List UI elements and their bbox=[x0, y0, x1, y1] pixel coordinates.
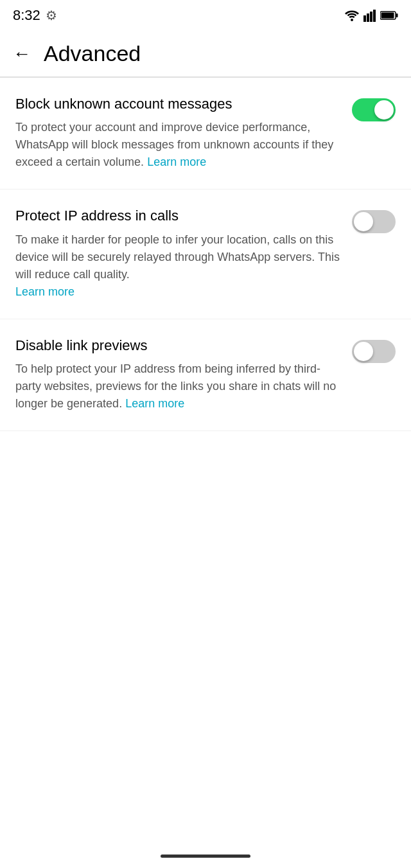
gear-icon: ⚙ bbox=[46, 8, 57, 23]
wifi-icon bbox=[344, 9, 360, 22]
signal-icon bbox=[363, 9, 376, 22]
header: ← Advanced bbox=[0, 31, 411, 77]
setting-block-unknown-title: Block unknown account messages bbox=[15, 96, 342, 112]
setting-protect-ip: Protect IP address in calls To make it h… bbox=[0, 190, 411, 319]
setting-protect-ip-content: Protect IP address in calls To make it h… bbox=[15, 208, 342, 300]
status-right bbox=[344, 9, 398, 22]
setting-protect-ip-description: To make it harder for people to infer yo… bbox=[15, 231, 342, 301]
svg-point-0 bbox=[351, 19, 353, 21]
svg-rect-7 bbox=[396, 13, 398, 17]
setting-block-unknown-description: To protect your account and improve devi… bbox=[15, 119, 342, 171]
svg-rect-4 bbox=[373, 10, 376, 22]
toggle-disable-previews-knob bbox=[354, 342, 373, 361]
status-time: 8:32 bbox=[13, 7, 40, 24]
toggle-block-unknown-container bbox=[352, 98, 396, 121]
svg-rect-6 bbox=[381, 13, 394, 19]
toggle-protect-ip-container bbox=[352, 210, 396, 233]
learn-more-link-protect-ip[interactable]: Learn more bbox=[15, 285, 74, 298]
learn-more-link-disable-previews[interactable]: Learn more bbox=[125, 397, 184, 410]
svg-rect-2 bbox=[367, 13, 369, 22]
setting-disable-previews-content: Disable link previews To help protect yo… bbox=[15, 337, 342, 412]
battery-icon bbox=[380, 10, 398, 21]
setting-protect-ip-title: Protect IP address in calls bbox=[15, 208, 342, 224]
toggle-disable-previews-container bbox=[352, 340, 396, 363]
toggle-block-unknown[interactable] bbox=[352, 98, 396, 121]
page-title: Advanced bbox=[44, 41, 141, 66]
toggle-disable-previews[interactable] bbox=[352, 340, 396, 363]
setting-disable-previews-description: To help protect your IP address from bei… bbox=[15, 360, 342, 412]
toggle-block-unknown-knob bbox=[374, 100, 394, 120]
svg-rect-3 bbox=[370, 12, 372, 22]
setting-disable-previews-title: Disable link previews bbox=[15, 337, 342, 354]
setting-block-unknown: Block unknown account messages To protec… bbox=[0, 78, 411, 190]
learn-more-link-block-unknown[interactable]: Learn more bbox=[147, 155, 206, 168]
setting-block-unknown-content: Block unknown account messages To protec… bbox=[15, 96, 342, 171]
home-indicator bbox=[161, 855, 250, 858]
toggle-protect-ip-knob bbox=[354, 212, 373, 231]
toggle-protect-ip[interactable] bbox=[352, 210, 396, 233]
svg-rect-1 bbox=[363, 15, 366, 22]
status-left: 8:32 ⚙ bbox=[13, 7, 57, 24]
setting-disable-previews: Disable link previews To help protect yo… bbox=[0, 319, 411, 431]
back-button[interactable]: ← bbox=[13, 44, 31, 64]
status-bar: 8:32 ⚙ bbox=[0, 0, 411, 31]
